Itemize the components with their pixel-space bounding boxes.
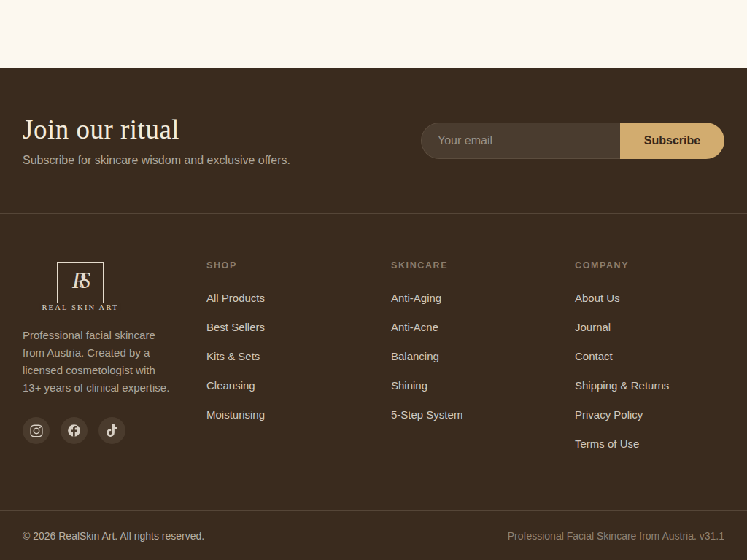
- brand-column: RS REAL SKIN ART Professional facial ski…: [23, 260, 206, 444]
- logo-wordmark: REAL SKIN ART: [39, 303, 120, 311]
- footer-link-shipping-returns[interactable]: Shipping & Returns: [575, 379, 669, 392]
- footer-link-about-us[interactable]: About Us: [575, 292, 620, 304]
- footer-link-anti-aging[interactable]: Anti-Aging: [391, 292, 441, 304]
- email-input[interactable]: [421, 122, 620, 159]
- brand-description: Professional facial skincare from Austri…: [23, 327, 172, 397]
- footer-link-anti-acne[interactable]: Anti-Acne: [391, 321, 438, 333]
- newsletter-form: Subscribe: [421, 122, 724, 159]
- copyright-text: © 2026 RealSkin Art. All rights reserved…: [23, 530, 204, 542]
- footer-columns: RS REAL SKIN ART Professional facial ski…: [0, 214, 747, 510]
- footer: Join our ritual Subscribe for skincare w…: [0, 68, 747, 560]
- subscribe-button[interactable]: Subscribe: [620, 122, 724, 159]
- facebook-icon: [66, 423, 82, 438]
- newsletter-section: Join our ritual Subscribe for skincare w…: [0, 68, 747, 214]
- bottom-bar: © 2026 RealSkin Art. All rights reserved…: [0, 510, 747, 560]
- footer-link-kits-sets[interactable]: Kits & Sets: [206, 350, 260, 362]
- footer-link-moisturising[interactable]: Moisturising: [206, 408, 265, 421]
- shop-column: SHOP All Products Best Sellers Kits & Se…: [206, 260, 391, 421]
- footer-link-5-step-system[interactable]: 5-Step System: [391, 408, 462, 421]
- newsletter-title: Join our ritual: [23, 114, 290, 145]
- brand-logo[interactable]: RS REAL SKIN ART: [57, 262, 104, 307]
- shop-column-heading: SHOP: [206, 260, 391, 271]
- footer-link-contact[interactable]: Contact: [575, 350, 613, 362]
- tagline-text: Professional Facial Skincare from Austri…: [508, 530, 724, 542]
- tiktok-icon: [107, 424, 117, 437]
- instagram-button[interactable]: [23, 417, 50, 444]
- newsletter-intro: Join our ritual Subscribe for skincare w…: [23, 114, 290, 167]
- tiktok-button[interactable]: [98, 417, 125, 444]
- footer-link-privacy-policy[interactable]: Privacy Policy: [575, 408, 643, 421]
- skincare-column-heading: SKINCARE: [391, 260, 575, 271]
- footer-link-cleansing[interactable]: Cleansing: [206, 379, 255, 392]
- company-column: COMPANY About Us Journal Contact Shippin…: [575, 260, 724, 450]
- facebook-button[interactable]: [61, 417, 88, 444]
- social-links: [23, 417, 206, 444]
- footer-link-journal[interactable]: Journal: [575, 321, 611, 333]
- newsletter-subtitle: Subscribe for skincare wisdom and exclus…: [23, 154, 290, 167]
- footer-link-all-products[interactable]: All Products: [206, 292, 265, 304]
- footer-link-balancing[interactable]: Balancing: [391, 350, 439, 362]
- logo-monogram: RS: [72, 268, 88, 294]
- page-content-above-footer: [0, 0, 747, 68]
- footer-link-best-sellers[interactable]: Best Sellers: [206, 321, 265, 333]
- instagram-icon: [29, 424, 44, 438]
- footer-link-terms-of-use[interactable]: Terms of Use: [575, 438, 639, 450]
- skincare-column: SKINCARE Anti-Aging Anti-Acne Balancing …: [391, 260, 575, 421]
- footer-link-shining[interactable]: Shining: [391, 379, 427, 392]
- company-column-heading: COMPANY: [575, 260, 724, 271]
